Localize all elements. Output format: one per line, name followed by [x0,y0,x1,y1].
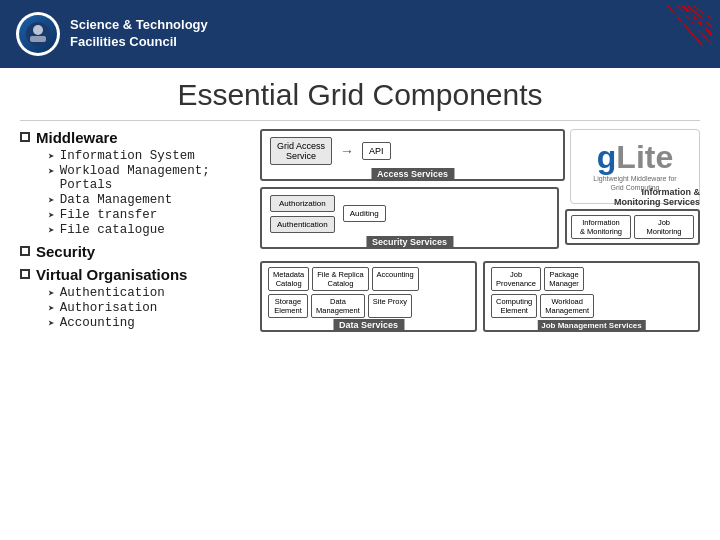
arrow-icon: ➤ [48,287,55,300]
list-item: ➤ Authorisation [48,301,250,315]
list-item: ➤ File catalogue [48,223,250,237]
title-divider [20,120,700,121]
access-services-label: Access Services [371,168,454,180]
svg-point-1 [33,25,43,35]
job-monitoring-box: JobMonitoring [634,215,694,239]
list-item: ➤ Workload Management; Portals [48,164,250,192]
org-name: Science & Technology Facilities Council [70,17,208,51]
list-item: ➤ Accounting [48,316,250,330]
sec-inner: Authorization Authentication Auditing [270,195,549,233]
virtual-org-heading: Virtual Organisations [20,266,250,283]
grid-access-service-box: Grid AccessService [270,137,332,165]
data-management-box: DataManagement [311,294,365,318]
sec-left: Authorization Authentication [270,195,335,233]
arrow-right-icon: → [340,143,354,159]
information-monitoring-box: Information& Monitoring [571,215,631,239]
job-provenance-box: JobProvenance [491,267,541,291]
svg-rect-2 [30,36,46,42]
right-column: gLite Lightweight Middleware for Grid Co… [250,129,700,336]
api-box: API [362,142,391,160]
package-manager-box: PackageManager [544,267,584,291]
list-item: ➤ Authentication [48,286,250,300]
job-mgmt-area: JobProvenance PackageManager ComputingEl… [483,261,700,332]
diagram: Grid AccessService → API Access Services [260,129,700,332]
authorization-box: Authorization [270,195,335,212]
arrow-icon: ➤ [48,209,55,222]
data-inner-row2: StorageElement DataManagement Site Proxy [268,294,469,318]
arrow-icon: ➤ [48,224,55,237]
bullet-square [20,246,30,256]
arrow-icon: ➤ [48,317,55,330]
access-services-area: Grid AccessService → API Access Services [260,129,565,181]
list-item: ➤ Information System [48,149,250,163]
job-inner-row1: JobProvenance PackageManager [491,267,692,291]
info-monitoring-title: Information &Monitoring Services [565,187,700,207]
header: Science & Technology Facilities Council [0,0,720,68]
security-services-area: Authorization Authentication Auditing Se… [260,187,559,249]
site-proxy-box: Site Proxy [368,294,412,318]
middleware-section: Middleware ➤ Information System ➤ Worklo… [20,129,250,237]
data-job-row: MetadataCatalog File & ReplicaCatalog Ac… [260,261,700,332]
info-monitoring-section: Information& Monitoring JobMonitoring [565,209,700,245]
data-services-area: MetadataCatalog File & ReplicaCatalog Ac… [260,261,477,332]
main-content: Essential Grid Components Middleware ➤ I… [0,68,720,336]
ppd-label: PPd [660,5,708,36]
auditing-wrapper: Auditing [343,195,386,222]
storage-element-box: StorageElement [268,294,308,318]
arrow-icon: ➤ [48,150,55,163]
security-section: Security [20,243,250,260]
page-title: Essential Grid Components [20,78,700,112]
accounting-box: Accounting [372,267,419,291]
data-inner-row1: MetadataCatalog File & ReplicaCatalog Ac… [268,267,469,291]
security-heading: Security [20,243,250,260]
logo-area: Science & Technology Facilities Council [16,12,208,56]
info-mon-boxes: Information& Monitoring JobMonitoring [571,215,694,239]
org-logo [16,12,60,56]
middleware-subitems: ➤ Information System ➤ Workload Manageme… [20,149,250,237]
virtual-org-section: Virtual Organisations ➤ Authentication ➤… [20,266,250,330]
virtual-subitems: ➤ Authentication ➤ Authorisation ➤ Accou… [20,286,250,330]
arrow-icon: ➤ [48,302,55,315]
security-services-label: Security Services [366,236,453,248]
job-inner-row2: ComputingElement WorkloadManagement [491,294,692,318]
left-column: Middleware ➤ Information System ➤ Worklo… [20,129,250,336]
metadata-catalog-box: MetadataCatalog [268,267,309,291]
security-info-row: Authorization Authentication Auditing Se… [260,187,700,255]
list-item: ➤ File transfer [48,208,250,222]
security-services-wrapper: Authorization Authentication Auditing Se… [260,187,559,255]
content-area: Middleware ➤ Information System ➤ Worklo… [20,129,700,336]
data-services-label: Data Services [333,319,404,331]
auditing-box: Auditing [343,205,386,222]
file-replica-box: File & ReplicaCatalog [312,267,368,291]
info-monitoring-wrapper: Information &Monitoring Services Informa… [565,187,700,255]
computing-element-box: ComputingElement [491,294,537,318]
middleware-heading: Middleware [20,129,250,146]
list-item: ➤ Data Management [48,193,250,207]
bullet-square [20,132,30,142]
authentication-box: Authentication [270,216,335,233]
arrow-icon: ➤ [48,165,55,178]
job-mgmt-label: Job Management Services [537,320,645,331]
bullet-square [20,269,30,279]
arrow-icon: ➤ [48,194,55,207]
ppd-logo-area: PPd [632,5,712,65]
workload-management-box: WorkloadManagement [540,294,594,318]
